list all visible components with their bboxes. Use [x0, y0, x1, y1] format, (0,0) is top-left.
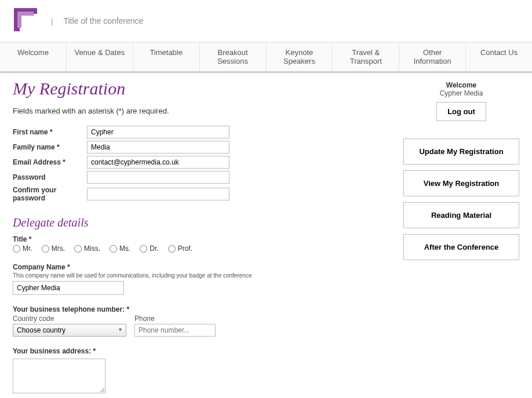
country-code-select[interactable]: Choose country	[13, 324, 126, 337]
nav-breakout-sessions[interactable]: Breakout Sessions	[200, 42, 267, 71]
phone-section-label: Your business telephone number: *	[13, 305, 386, 313]
title-label: Title *	[13, 235, 386, 243]
view-registration-button[interactable]: View My Registration	[403, 170, 519, 196]
email-label: Email Address *	[13, 158, 87, 166]
phone-label: Phone	[134, 315, 216, 323]
logout-button[interactable]: Log out	[436, 102, 486, 121]
delegate-section-title: Delegate details	[13, 216, 386, 229]
phone-input[interactable]	[134, 324, 216, 337]
company-label: Company Name *	[13, 263, 386, 271]
update-registration-button[interactable]: Update My Registration	[403, 138, 519, 165]
header-title: Title of the conference	[63, 16, 143, 25]
nav-contact-us[interactable]: Contact Us	[466, 42, 532, 71]
company-input[interactable]	[13, 281, 124, 295]
title-radio-group: Mr. Mrs. Miss. Ms. Dr. Prof.	[13, 244, 386, 253]
title-option-ms: Ms.	[119, 244, 130, 253]
title-radio-mr[interactable]	[13, 245, 20, 253]
logo-icon	[13, 7, 41, 35]
title-radio-ms[interactable]	[110, 245, 117, 253]
company-hint: This company name will be used for commu…	[13, 272, 386, 279]
title-option-dr: Dr.	[150, 244, 158, 253]
title-option-mr: Mr.	[23, 244, 32, 253]
first-name-label: First name *	[13, 128, 87, 136]
title-radio-prof[interactable]	[168, 245, 176, 253]
reading-material-button[interactable]: Reading Material	[403, 202, 519, 228]
title-option-miss: Miss.	[84, 244, 100, 253]
title-radio-miss[interactable]	[74, 245, 82, 253]
nav-other-information[interactable]: Other Information	[399, 42, 466, 71]
sidebar-user-name: Cypher Media	[403, 89, 519, 97]
nav-keynote-speakers[interactable]: Keynote Speakers	[267, 42, 333, 71]
nav-welcome[interactable]: Welcome	[0, 42, 67, 71]
title-option-prof: Prof.	[178, 244, 192, 253]
title-radio-dr[interactable]	[140, 245, 147, 253]
sidebar-welcome: Welcome	[403, 81, 519, 89]
family-name-label: Family name *	[13, 143, 87, 151]
after-conference-button[interactable]: After the Conference	[403, 234, 519, 260]
confirm-password-label: Confirm your password	[13, 186, 87, 202]
required-note: Fields marked with an asterisk (*) are r…	[13, 107, 386, 115]
address-textarea[interactable]	[13, 359, 105, 393]
email-input[interactable]	[87, 156, 229, 169]
confirm-password-input[interactable]	[87, 188, 229, 200]
address-label: Your business address: *	[13, 347, 386, 355]
nav-venue-dates[interactable]: Venue & Dates	[67, 42, 133, 71]
page-title: My Registration	[13, 79, 386, 98]
svg-rect-3	[17, 12, 21, 28]
nav-travel-transport[interactable]: Travel & Transport	[333, 42, 399, 71]
main-nav: Welcome Venue & Dates Timetable Breakout…	[0, 42, 532, 73]
password-input[interactable]	[87, 171, 229, 184]
first-name-input[interactable]	[87, 126, 229, 138]
family-name-input[interactable]	[87, 141, 229, 154]
title-radio-mrs[interactable]	[42, 245, 49, 253]
password-label: Password	[13, 173, 87, 181]
header-divider: |	[51, 17, 53, 25]
title-option-mrs: Mrs.	[52, 244, 65, 253]
nav-timetable[interactable]: Timetable	[133, 42, 200, 71]
country-code-label: Country code	[13, 315, 126, 323]
welcome-label: Welcome	[446, 81, 476, 89]
